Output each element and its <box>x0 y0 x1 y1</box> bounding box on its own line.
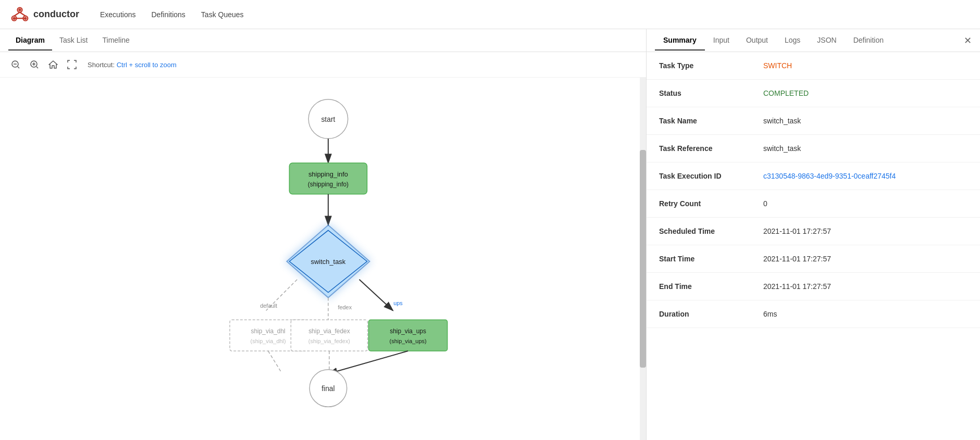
svg-text:fedex: fedex <box>338 304 352 310</box>
nav-definitions[interactable]: Definitions <box>151 8 185 21</box>
tab-task-list[interactable]: Task List <box>52 31 95 51</box>
summary-value: 2021-11-01 17:27:57 <box>763 282 831 291</box>
svg-marker-16 <box>49 61 57 68</box>
svg-line-11 <box>18 67 19 68</box>
summary-value: c3130548-9863-4ed9-9351-0ceaff2745f4 <box>763 172 896 180</box>
summary-label: Task Name <box>659 117 763 125</box>
tab-summary[interactable]: Summary <box>655 31 705 51</box>
right-panel: Summary Input Output Logs JSON Definitio… <box>647 29 980 440</box>
summary-row: StatusCOMPLETED <box>647 80 980 107</box>
svg-text:shipping_info: shipping_info <box>308 170 348 178</box>
svg-text:start: start <box>321 115 335 123</box>
svg-line-3 <box>14 12 20 16</box>
zoom-out-button[interactable] <box>8 57 23 72</box>
svg-text:final: final <box>321 384 335 393</box>
svg-text:switch_task: switch_task <box>311 258 346 266</box>
svg-text:(ship_via_ups): (ship_via_ups) <box>390 338 427 344</box>
diagram-scrollbar[interactable] <box>640 78 646 440</box>
summary-row: Start Time2021-11-01 17:27:57 <box>647 245 980 273</box>
fullscreen-button[interactable] <box>65 57 79 72</box>
svg-text:(ship_via_dhl): (ship_via_dhl) <box>251 338 286 344</box>
summary-value: COMPLETED <box>763 89 809 97</box>
home-button[interactable] <box>46 57 60 72</box>
tab-logs[interactable]: Logs <box>776 31 809 51</box>
summary-value: 2021-11-01 17:27:57 <box>763 255 831 263</box>
svg-line-31 <box>359 280 393 311</box>
summary-label: End Time <box>659 282 763 291</box>
right-panel-header: Summary Input Output Logs JSON Definitio… <box>647 29 980 52</box>
workflow-diagram: start shipping_info (shipping_info) swit… <box>0 78 646 440</box>
summary-row: Retry Count0 <box>647 190 980 218</box>
svg-rect-36 <box>291 320 367 351</box>
svg-line-42 <box>268 351 282 373</box>
svg-line-15 <box>36 67 38 68</box>
summary-row: End Time2021-11-01 17:27:57 <box>647 273 980 300</box>
summary-value: 0 <box>763 199 767 208</box>
summary-label: Task Type <box>659 61 763 70</box>
summary-label: Duration <box>659 310 763 318</box>
right-tabs: Summary Input Output Logs JSON Definitio… <box>655 31 892 51</box>
close-button[interactable]: ✕ <box>964 35 972 46</box>
summary-row: Task Referenceswitch_task <box>647 135 980 162</box>
svg-text:(shipping_info): (shipping_info) <box>308 181 349 188</box>
logo-text: conductor <box>33 9 79 20</box>
svg-point-6 <box>18 8 21 11</box>
svg-point-8 <box>24 17 27 19</box>
shortcut-hint: Shortcut: Ctrl + scroll to zoom <box>88 61 177 69</box>
left-panel: Diagram Task List Timeline Shortcut: Ctr… <box>0 29 647 440</box>
svg-line-44 <box>328 351 408 374</box>
svg-text:ship_via_dhl: ship_via_dhl <box>251 328 285 335</box>
diagram-tab-bar: Diagram Task List Timeline <box>0 29 646 52</box>
summary-row: Task TypeSWITCH <box>647 52 980 80</box>
tab-output[interactable]: Output <box>738 31 776 51</box>
svg-text:ups: ups <box>393 300 403 306</box>
summary-label: Retry Count <box>659 199 763 208</box>
summary-row: Task Nameswitch_task <box>647 107 980 135</box>
nav-executions[interactable]: Executions <box>100 8 135 21</box>
svg-text:ship_via_ups: ship_via_ups <box>390 328 426 335</box>
logo-icon <box>10 5 29 24</box>
summary-row: Duration6ms <box>647 300 980 328</box>
summary-row: Scheduled Time2021-11-01 17:27:57 <box>647 218 980 245</box>
tab-timeline[interactable]: Timeline <box>95 31 137 51</box>
nav-task-queues[interactable]: Task Queues <box>201 8 244 21</box>
svg-point-7 <box>13 17 16 19</box>
tab-definition[interactable]: Definition <box>845 31 892 51</box>
svg-text:default: default <box>260 303 277 309</box>
summary-value: switch_task <box>763 144 801 153</box>
diagram-area[interactable]: start shipping_info (shipping_info) swit… <box>0 78 646 440</box>
summary-content: Task TypeSWITCHStatusCOMPLETEDTask Names… <box>647 52 980 440</box>
summary-row: Task Execution IDc3130548-9863-4ed9-9351… <box>647 162 980 190</box>
summary-label: Status <box>659 89 763 97</box>
svg-rect-39 <box>368 320 447 351</box>
main-layout: Diagram Task List Timeline Shortcut: Ctr… <box>0 29 980 440</box>
tab-diagram[interactable]: Diagram <box>8 31 52 51</box>
tab-input[interactable]: Input <box>705 31 738 51</box>
summary-label: Scheduled Time <box>659 227 763 235</box>
summary-value: 2021-11-01 17:27:57 <box>763 227 831 235</box>
svg-rect-20 <box>289 163 367 194</box>
svg-text:(ship_via_fedex): (ship_via_fedex) <box>308 338 350 344</box>
main-nav: Executions Definitions Task Queues <box>100 8 244 21</box>
summary-value: switch_task <box>763 117 801 125</box>
summary-value: 6ms <box>763 310 777 318</box>
header: conductor Executions Definitions Task Qu… <box>0 0 980 29</box>
logo: conductor <box>10 5 79 24</box>
summary-label: Task Execution ID <box>659 172 763 180</box>
summary-label: Start Time <box>659 255 763 263</box>
zoom-in-button[interactable] <box>27 57 42 72</box>
diagram-toolbar: Shortcut: Ctrl + scroll to zoom <box>0 52 646 78</box>
summary-value: SWITCH <box>763 61 792 70</box>
diagram-scroll-thumb[interactable] <box>640 150 646 368</box>
tab-json[interactable]: JSON <box>809 31 845 51</box>
svg-line-4 <box>20 12 26 16</box>
svg-text:ship_via_fedex: ship_via_fedex <box>308 328 350 335</box>
summary-label: Task Reference <box>659 144 763 153</box>
